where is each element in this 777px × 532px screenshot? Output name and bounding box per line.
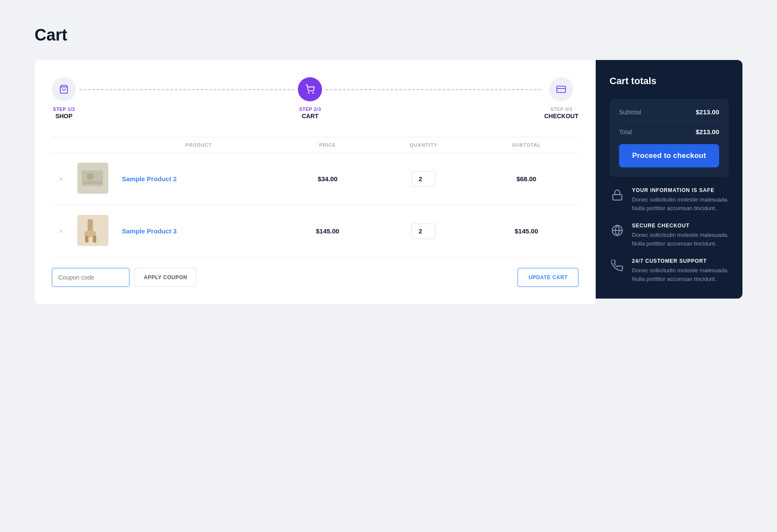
trust-item-safe: YOUR INFORMATION IS SAFE Donec sollicitu… [610,187,729,212]
svg-rect-13 [93,236,96,242]
product-2-image-svg [77,215,108,246]
svg-rect-8 [83,181,102,184]
step-2: STEP 2/3 CART [298,77,322,120]
trust-secure-content: SECURE CHECKOUT Donec sollicitudin moles… [632,223,729,248]
shop-icon [59,85,69,94]
step-3: STEP 3/3 CHECKOUT [544,77,578,120]
trust-item-secure: SECURE CHECKOUT Donec sollicitudin moles… [610,223,729,248]
cart-layout: STEP 1/3 SHOP STEP 2/3 CART [35,60,742,304]
svg-rect-3 [557,86,565,93]
svg-point-1 [309,92,310,93]
total-label: Total [619,129,632,135]
trust-safe-desc: Donec sollicitudin molestie malesuada. N… [632,195,729,212]
subtotal-label: Subtotal [619,109,641,116]
product-1-link[interactable]: Sample Product 2 [122,175,177,183]
product-2-image [77,215,108,246]
cart-icon [305,85,315,94]
step-1-name: SHOP [53,113,75,120]
step-3-name: CHECKOUT [544,113,578,120]
col-remove [52,137,70,153]
product-1-image-svg [77,163,108,194]
trust-safe-title: YOUR INFORMATION IS SAFE [632,187,729,193]
step-3-number: STEP 3/3 [544,107,578,112]
coupon-row: APPLY COUPON UPDATE CART [52,268,578,287]
svg-point-2 [313,92,314,93]
apply-coupon-button[interactable]: APPLY COUPON [135,268,196,287]
total-row: Total $213.00 [619,128,719,135]
step-2-circle [298,77,322,101]
proceed-to-checkout-button[interactable]: Proceed to checkout [619,144,719,167]
trust-secure-title: SECURE CHECKOUT [632,223,729,229]
step-1: STEP 1/3 SHOP [52,77,76,120]
svg-rect-10 [88,219,93,232]
cart-main: STEP 1/3 SHOP STEP 2/3 CART [35,60,596,304]
step-2-number: STEP 2/3 [299,107,321,112]
product-2-subtotal: $145.00 [515,227,538,235]
cart-table: PRODUCT PRICE QUANTITY SUBTOTAL × [52,137,578,258]
step-3-labels: STEP 3/3 CHECKOUT [544,107,578,120]
product-2-quantity-input[interactable] [411,224,436,239]
phone-icon [610,258,625,274]
remove-item-2-button[interactable]: × [59,227,63,235]
trust-support-desc: Donec sollicitudin molestie malesuada. N… [632,266,729,283]
step-1-number: STEP 1/3 [53,107,75,112]
totals-card: Subtotal $213.00 Total $213.00 Proceed t… [610,99,729,177]
cart-totals-title: Cart totals [610,76,729,87]
step-2-name: CART [299,113,321,120]
table-row: × S [52,205,578,258]
step-1-labels: STEP 1/3 SHOP [53,107,75,120]
stepper: STEP 1/3 SHOP STEP 2/3 CART [52,77,578,120]
trust-items: YOUR INFORMATION IS SAFE Donec sollicitu… [610,187,729,283]
product-2-price: $145.00 [316,227,339,235]
trust-secure-desc: Donec sollicitudin molestie malesuada. N… [632,231,729,248]
table-row: × Sample Product 2 [52,153,578,205]
coupon-input[interactable] [52,268,130,287]
globe-icon [610,223,625,238]
svg-point-7 [87,173,94,180]
trust-item-support: 24/7 CUSTOMER SUPPORT Donec sollicitudin… [610,258,729,283]
col-image [70,137,115,153]
product-1-image [77,163,108,194]
product-1-price: $34.00 [318,175,338,183]
product-1-quantity-input[interactable] [411,171,436,187]
cart-sidebar: Cart totals Subtotal $213.00 Total $213.… [596,60,742,299]
step-line-2 [325,89,540,90]
product-2-link[interactable]: Sample Product 3 [122,227,177,235]
subtotal-row: Subtotal $213.00 [619,108,719,116]
col-product: PRODUCT [115,137,282,153]
step-1-circle [52,77,76,101]
svg-rect-14 [613,195,622,200]
subtotal-value: $213.00 [696,108,719,116]
col-subtotal: SUBTOTAL [474,137,578,153]
step-3-circle [549,77,573,101]
trust-support-content: 24/7 CUSTOMER SUPPORT Donec sollicitudin… [632,258,729,283]
trust-safe-content: YOUR INFORMATION IS SAFE Donec sollicitu… [632,187,729,212]
svg-rect-12 [85,236,88,242]
remove-item-1-button[interactable]: × [59,175,63,183]
lock-icon [610,187,625,203]
step-line-1 [79,89,294,90]
page-title: Cart [35,26,742,44]
col-price: PRICE [282,137,373,153]
step-2-labels: STEP 2/3 CART [299,107,321,120]
update-cart-button[interactable]: UPDATE CART [518,268,578,287]
product-1-subtotal: $68.00 [516,175,536,183]
totals-divider [619,122,719,122]
trust-support-title: 24/7 CUSTOMER SUPPORT [632,258,729,264]
col-quantity: QUANTITY [373,137,474,153]
total-value: $213.00 [696,128,719,135]
checkout-icon [556,85,566,94]
